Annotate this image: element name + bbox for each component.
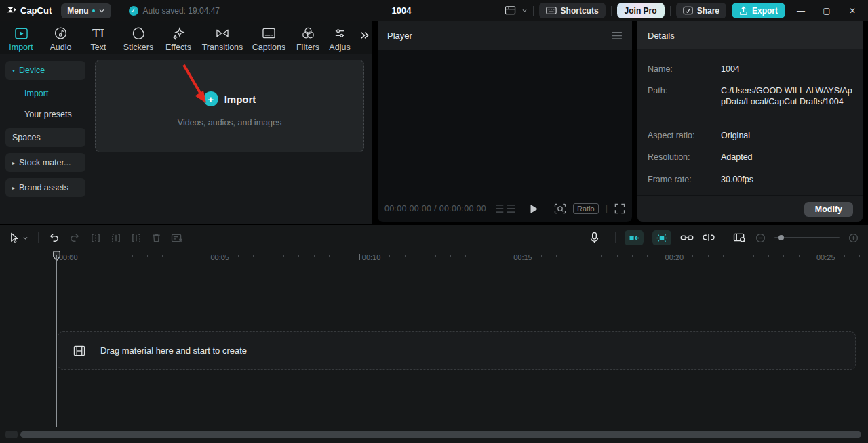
timeline-zoom-slider[interactable] — [774, 237, 840, 238]
ruler-tick-minor — [465, 255, 466, 257]
select-tool-button[interactable] — [9, 232, 28, 244]
sidebar-item-stock-materials[interactable]: ▸ Stock mater... — [5, 153, 85, 172]
ruler-tick-minor — [329, 255, 330, 257]
tab-text[interactable]: TI Text — [79, 21, 117, 52]
player-title: Player — [387, 30, 412, 41]
snap-to-clip-icon — [629, 234, 640, 242]
minimize-button[interactable]: — — [791, 0, 811, 21]
play-button[interactable] — [530, 204, 538, 214]
export-label: Export — [752, 6, 778, 16]
more-tabs-button[interactable] — [359, 30, 370, 40]
project-title: 1004 — [353, 5, 450, 16]
ruler-tick-minor — [799, 255, 800, 257]
redo-button[interactable] — [69, 233, 81, 243]
sidebar-item-label: Spaces — [12, 133, 41, 142]
tab-label: Captions — [252, 43, 285, 52]
sidebar-item-spaces[interactable]: Spaces — [5, 128, 85, 147]
fullscreen-icon[interactable] — [614, 203, 625, 214]
tab-transitions[interactable]: Transitions — [197, 21, 248, 52]
link-icon[interactable] — [680, 234, 694, 242]
divider — [38, 232, 39, 243]
layout-chevron-down-icon[interactable] — [521, 7, 528, 14]
delete-left-button[interactable] — [111, 233, 121, 243]
tab-import[interactable]: Import — [0, 21, 42, 52]
split-button[interactable] — [90, 233, 101, 243]
ruler-tick-minor — [223, 255, 224, 257]
timeline-toolbar — [0, 225, 868, 251]
timeline-panel: 00:0000:0500:1000:1500:2000:25 Drag mate… — [0, 225, 868, 443]
tab-label: Import — [9, 43, 33, 52]
share-button[interactable]: Share — [676, 3, 726, 18]
record-voiceover-icon[interactable] — [589, 232, 599, 245]
tab-effects[interactable]: Effects — [159, 21, 197, 52]
export-button[interactable]: Export — [732, 3, 785, 18]
ruler-tick-minor — [178, 255, 178, 257]
sidebar-item-device[interactable]: ▾ Device — [5, 61, 85, 80]
timeline-dropzone[interactable]: Drag material here and start to create — [58, 331, 856, 370]
sidebar-item-brand-assets[interactable]: ▸ Brand assets — [5, 178, 85, 197]
snap-to-clip-toggle[interactable] — [625, 230, 644, 245]
player-menu-icon[interactable] — [611, 31, 623, 40]
ruler-tick-major — [663, 254, 663, 260]
tab-label: Effects — [165, 43, 191, 52]
undo-button[interactable] — [48, 233, 60, 243]
layout-switcher-icon[interactable] — [505, 5, 516, 16]
horizontal-scrollbar[interactable] — [20, 431, 861, 438]
scrollbar-corner — [5, 431, 18, 438]
delete-right-button[interactable] — [131, 233, 142, 243]
media-panel: Import Audio TI Text Stickers Effects Tr… — [0, 21, 372, 224]
divider — [615, 232, 616, 243]
detail-value: C:/Users/GOOD WILL ALWAYS/AppData/Local/… — [721, 85, 852, 108]
text-tab-icon: TI — [92, 26, 104, 41]
join-pro-button[interactable]: Join Pro — [617, 3, 665, 18]
timecode: 00:00:00:00 / 00:00:00:00 — [384, 204, 486, 213]
sidebar-item-label: Import — [24, 89, 48, 98]
share-icon — [683, 6, 693, 15]
zoom-out-icon[interactable] — [755, 233, 766, 243]
capcut-logo-text: CapCut — [20, 5, 52, 16]
delete-button[interactable] — [151, 232, 161, 243]
tab-stickers[interactable]: Stickers — [117, 21, 159, 52]
import-dropzone-subtitle: Videos, audios, and images — [96, 118, 363, 127]
details-footer: Modify — [637, 196, 863, 222]
tab-label: Stickers — [123, 43, 153, 52]
close-button[interactable]: ✕ — [842, 0, 863, 21]
tab-label: Audio — [50, 43, 72, 52]
modify-button[interactable]: Modify — [804, 202, 853, 217]
sidebar-item-label: Device — [19, 66, 45, 75]
tab-filters[interactable]: Filters — [290, 21, 326, 52]
tab-audio[interactable]: Audio — [42, 21, 79, 52]
detail-label: Frame rate: — [648, 174, 721, 185]
details-title: Details — [648, 30, 675, 41]
frame-step-icons[interactable] — [494, 204, 517, 213]
filters-tab-icon — [301, 26, 315, 41]
timeline-ruler[interactable]: 00:0000:0500:1000:1500:2000:25 — [0, 251, 868, 265]
preview-focus-icon[interactable] — [554, 203, 566, 214]
unlink-icon[interactable] — [703, 233, 715, 242]
ruler-tick-minor — [314, 255, 315, 257]
ruler-tick-minor — [708, 255, 709, 257]
ruler-tick-major — [814, 254, 814, 260]
ruler-tick-minor — [147, 255, 148, 257]
zoom-in-icon[interactable] — [848, 233, 859, 243]
tab-captions[interactable]: Captions — [248, 21, 290, 52]
shortcuts-label: Shortcuts — [561, 6, 599, 16]
detail-label: Path: — [648, 85, 721, 108]
plus-icon[interactable]: + — [203, 91, 218, 106]
zoom-slider-handle[interactable] — [778, 235, 784, 240]
preview-axis-icon[interactable] — [733, 232, 747, 243]
ruler-tick-minor — [238, 255, 239, 257]
import-dropzone[interactable]: + Import Videos, audios, and images — [95, 60, 364, 152]
sidebar-item-import[interactable]: Import — [5, 86, 85, 101]
ruler-tick-minor — [541, 255, 542, 257]
maximize-button[interactable]: ▢ — [816, 0, 837, 21]
menu-button[interactable]: Menu — [61, 3, 111, 18]
auto-snap-toggle[interactable] — [652, 230, 671, 245]
sidebar-item-your-presets[interactable]: Your presets — [5, 107, 85, 122]
delete-track-button[interactable] — [171, 233, 183, 243]
ruler-tick-minor — [632, 255, 633, 257]
autosave-text: Auto saved: 19:04:47 — [143, 6, 220, 16]
tab-adjust[interactable]: Adjus — [326, 21, 354, 52]
shortcuts-button[interactable]: Shortcuts — [539, 3, 606, 18]
ratio-button[interactable]: Ratio — [573, 203, 599, 214]
